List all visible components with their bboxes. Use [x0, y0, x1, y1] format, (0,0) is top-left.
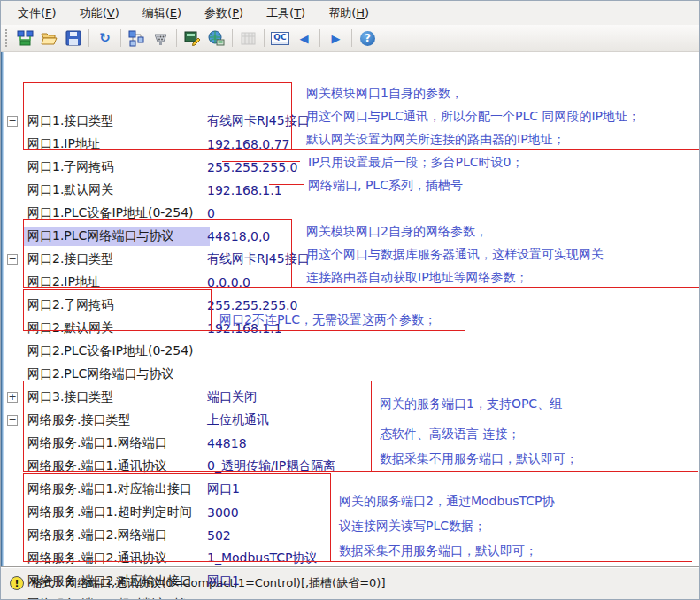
param-row[interactable]: 网络服务.端口1.网络端口 44818 [1, 432, 700, 455]
annotation-text: 网口2不连PLC，无需设置这两个参数； [219, 308, 436, 331]
param-label: 网络服务.端口2.超时判定时间 [27, 596, 207, 600]
menu-item-function[interactable]: 功能(V) [68, 2, 131, 25]
param-value[interactable]: 网口1 [207, 481, 240, 497]
annotation-text: 态软件、高级语言 连接； [380, 422, 519, 445]
network-config-button[interactable] [14, 27, 36, 50]
tree-expand-icon[interactable]: − [7, 116, 18, 127]
param-row[interactable]: − 网络服务.接口类型 上位机通讯 [1, 409, 700, 432]
annotation-text: 网关模块网口2自身的网络参数， [306, 219, 488, 242]
help-button[interactable]: ? [357, 27, 379, 50]
open-folder-icon [41, 30, 58, 47]
warning-icon: ! [10, 576, 24, 590]
menu-item-params[interactable]: 参数(P) [193, 2, 255, 25]
param-value[interactable]: 有线网卡RJ45接口 [207, 113, 310, 129]
param-value[interactable]: 网口1 [207, 573, 240, 589]
param-value[interactable]: 3000 [207, 505, 239, 519]
prev-button[interactable]: ◀ [293, 27, 315, 50]
tree-expand-icon[interactable]: − [7, 415, 18, 426]
annotation-text: 网络端口, PLC系列，插槽号 [308, 173, 463, 196]
param-label: 网口1.子网掩码 [27, 159, 207, 175]
toolbar-separator [319, 29, 320, 47]
param-label: 网口2.默认网关 [27, 320, 207, 336]
serial-port-button[interactable] [150, 27, 172, 50]
topology-icon [128, 30, 145, 47]
param-value[interactable]: 1_ModbusTCP协议 [207, 550, 317, 566]
toolbar-separator [264, 29, 265, 47]
help-icon: ? [360, 31, 375, 46]
param-label: 网络服务.接口类型 [27, 412, 207, 428]
annotation-text: 网关的服务端口2，通过ModbusTCP协 [339, 489, 554, 512]
param-label: 网络服务.端口2.网络端口 [27, 527, 207, 543]
refresh-button[interactable]: ↻ [94, 27, 116, 50]
window-frame-strip [1, 52, 4, 574]
param-row[interactable]: 网口2.PLC网络端口与协议 [1, 363, 700, 386]
param-value[interactable]: 有线网卡RJ45接口 [207, 251, 310, 267]
device-edit-button[interactable] [181, 27, 204, 50]
param-label: 网口2.PLC网络端口与协议 [27, 366, 207, 382]
refresh-icon: ↻ [99, 32, 111, 45]
annotation-text: 连接路由器自动获取IP地址等网络参数； [306, 265, 528, 288]
menu-item-tools[interactable]: 工具(T) [255, 2, 317, 25]
param-value[interactable]: 0 [207, 206, 215, 220]
menu-item-edit[interactable]: 编辑(E) [131, 2, 193, 25]
tree-expand-icon[interactable]: + [7, 392, 18, 403]
param-row[interactable]: + 网口3.接口类型 端口关闭 [1, 386, 700, 409]
param-value[interactable]: 192.168.1.1 [207, 183, 282, 197]
network-globe-button[interactable] [205, 27, 227, 50]
annotation-text: 网关模块网口1自身的参数， [306, 81, 463, 104]
app-window: 文件(F) 功能(V) 编辑(E) 参数(P) 工具(T) 帮助(H) [0, 0, 700, 600]
param-row[interactable]: 网络服务.端口1.通讯协议 0_透明传输/IP耦合隔离 [1, 455, 700, 478]
param-label: 网口1.默认网关 [27, 182, 207, 198]
param-label: 网络服务.端口2.对应输出接口 [27, 573, 207, 589]
param-label: 网络服务.端口1.网络端口 [27, 435, 207, 451]
annotation-text: 数据采集不用服务端口，默认即可； [339, 539, 537, 562]
param-label: 网口1.IP地址 [27, 136, 207, 152]
param-label: 网口2.IP地址 [27, 274, 207, 290]
toolbar: ↻ [1, 25, 699, 52]
toolbar-separator [120, 29, 121, 47]
param-label: 网络服务.端口1.对应输出接口 [27, 481, 207, 497]
module-grid-icon [240, 30, 257, 47]
toolbar-grip[interactable] [5, 29, 9, 47]
open-file-button[interactable] [38, 27, 60, 50]
annotation-text: IP只用设置最后一段；多台PLC时设0； [308, 150, 524, 173]
prev-arrow-icon: ◀ [300, 33, 309, 44]
save-icon [65, 30, 81, 46]
tree-expand-icon[interactable]: − [7, 254, 18, 265]
param-value[interactable]: 44818 [207, 436, 247, 450]
param-value[interactable]: 0.0.0.0 [207, 275, 250, 289]
param-label: 网口1.PLC设备IP地址(0-254) [27, 205, 207, 221]
qc-display-icon: QC [271, 32, 288, 45]
annotation-text: 数据采集不用服务端口，默认即可； [380, 447, 578, 470]
param-label: 网口2.PLC设备IP地址(0-254) [27, 343, 207, 359]
param-value[interactable]: 502 [207, 528, 231, 542]
topology-button[interactable] [126, 27, 148, 50]
module-grid-button[interactable] [237, 27, 259, 50]
next-arrow-icon: ▶ [332, 33, 341, 44]
annotation-text: 议连接网关读写PLC数据； [339, 514, 486, 537]
param-value[interactable]: 44818,0,0 [207, 229, 270, 243]
param-label: 网络服务.端口1.通讯协议 [27, 458, 207, 474]
annotation-text: 默认网关设置为网关所连接的路由器的IP地址； [306, 127, 565, 150]
param-label: 网口2.接口类型 [27, 251, 207, 267]
menu-item-file[interactable]: 文件(F) [6, 2, 68, 25]
param-row[interactable]: 网口2.PLC设备IP地址(0-254) [1, 340, 700, 363]
toolbar-separator [232, 29, 233, 47]
menu-bar: 文件(F) 功能(V) 编辑(E) 参数(P) 工具(T) 帮助(H) [1, 1, 699, 25]
toolbar-separator [88, 29, 89, 47]
qc-display-button[interactable]: QC [269, 27, 291, 50]
param-value[interactable]: 255.255.255.0 [207, 160, 297, 174]
param-value[interactable]: 0_透明传输/IP耦合隔离 [207, 458, 335, 474]
serial-connector-icon [152, 30, 169, 47]
network-globe-icon [208, 30, 225, 47]
save-button[interactable] [62, 27, 84, 50]
next-button[interactable]: ▶ [325, 27, 347, 50]
param-label: 网口2.子网掩码 [27, 297, 207, 313]
param-value[interactable]: 端口关闭 [207, 389, 257, 405]
param-value[interactable]: 上位机通讯 [207, 412, 269, 428]
menu-item-help[interactable]: 帮助(H) [317, 2, 381, 25]
param-label: 网口1.PLC网络端口与协议 [27, 228, 207, 244]
param-value[interactable]: 192.168.0.77 [207, 137, 290, 151]
param-label: 网络服务.端口2.通讯协议 [27, 550, 207, 566]
annotation-text: 网关的服务端口1，支持OPC、组 [380, 392, 562, 415]
